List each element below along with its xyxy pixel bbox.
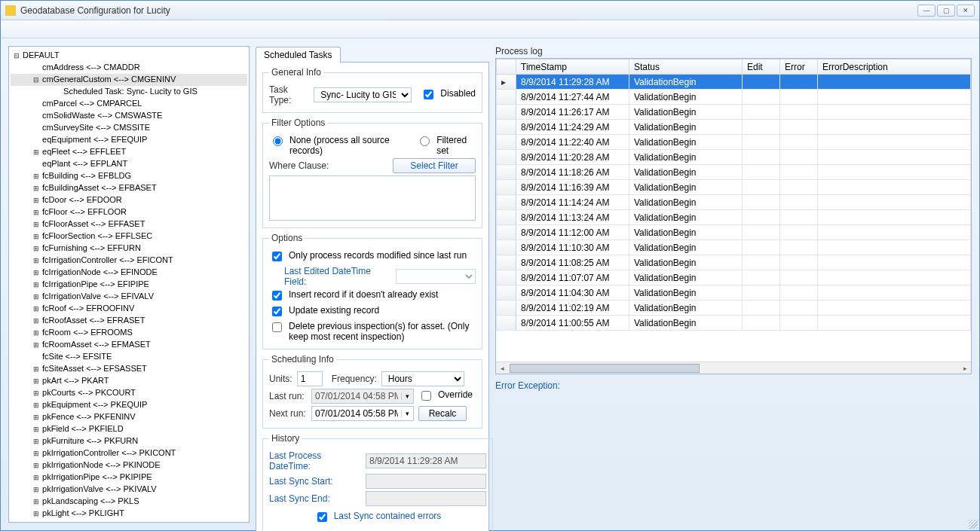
radio-filter-set[interactable] bbox=[420, 136, 430, 146]
tree-panel[interactable]: ⊟ DEFAULT cmAddress <--> CMADDR⊟ cmGener… bbox=[8, 46, 250, 523]
radio-filter-none[interactable] bbox=[273, 136, 283, 146]
chevron-down-icon[interactable]: ▾ bbox=[401, 392, 413, 400]
col-errdesc[interactable]: ErrorDescription bbox=[818, 60, 971, 75]
tree-item[interactable]: ⊞ fcIrrigationController <--> EFICONT bbox=[11, 255, 247, 267]
maximize-button[interactable]: ▢ bbox=[937, 5, 955, 17]
where-clause-text[interactable] bbox=[269, 175, 476, 221]
table-row[interactable]: 8/9/2014 11:18:26 AMValidationBegin bbox=[497, 165, 971, 180]
tree-item[interactable]: ⊟ cmGeneralCustom <--> CMGENINV bbox=[11, 74, 247, 86]
table-row[interactable]: 8/9/2014 11:08:25 AMValidationBegin bbox=[497, 255, 971, 270]
tree-item[interactable]: ⊞ pkField <--> PKFIELD bbox=[11, 423, 247, 435]
resize-grip-icon[interactable] bbox=[969, 520, 978, 529]
table-row[interactable]: 8/9/2014 11:24:29 AMValidationBegin bbox=[497, 120, 971, 135]
tree-item[interactable]: ⊞ fcDoor <--> EFDOOR bbox=[11, 194, 247, 206]
label-last-run: Last run: bbox=[269, 391, 307, 401]
tree-item[interactable]: ⊞ fcFurnishing <--> EFFURN bbox=[11, 243, 247, 255]
tree-item[interactable]: ⊞ eqFleet <--> EFFLEET bbox=[11, 146, 247, 158]
chevron-down-icon[interactable]: ▾ bbox=[401, 410, 413, 417]
tree-item[interactable]: ⊞ pkArt <--> PKART bbox=[11, 375, 247, 387]
disabled-checkbox[interactable] bbox=[424, 90, 433, 99]
tree-item[interactable]: ⊞ pkIrrigationNode <--> PKINODE bbox=[11, 459, 247, 471]
legend-history: History bbox=[269, 433, 302, 444]
tree-item[interactable]: ⊞ pkIrrigationController <--> PKICONT bbox=[11, 447, 247, 459]
tree-item[interactable]: ⊞ fcBuildingAsset <--> EFBASET bbox=[11, 182, 247, 194]
tree-item[interactable]: ⊞ fcBuilding <--> EFBLDG bbox=[11, 170, 247, 182]
tree-item[interactable]: fcSite <--> EFSITE bbox=[11, 351, 247, 363]
table-row[interactable]: 8/9/2014 11:14:24 AMValidationBegin bbox=[497, 195, 971, 210]
col-error[interactable]: Error bbox=[780, 60, 818, 75]
table-row[interactable]: 8/9/2014 11:26:17 AMValidationBegin bbox=[497, 105, 971, 120]
legend-general: General Info bbox=[269, 67, 323, 78]
table-row[interactable]: 8/9/2014 11:02:19 AMValidationBegin bbox=[497, 301, 971, 316]
table-row[interactable]: 8/9/2014 11:27:44 AMValidationBegin bbox=[497, 90, 971, 105]
tree-item[interactable]: eqEquipment <--> EFEQUIP bbox=[11, 134, 247, 146]
label-last-sync-start: Last Sync Start: bbox=[269, 476, 361, 487]
minimize-button[interactable]: — bbox=[917, 5, 936, 17]
tree-item[interactable]: cmSolidWaste <--> CMSWASTE bbox=[11, 110, 247, 122]
tree-item[interactable]: ⊞ pkFurniture <--> PKFURN bbox=[11, 435, 247, 447]
next-run-value[interactable] bbox=[312, 407, 401, 420]
select-filter-button[interactable]: Select Filter bbox=[393, 158, 476, 173]
table-row[interactable]: 8/9/2014 11:22:40 AMValidationBegin bbox=[497, 135, 971, 150]
grid-hscrollbar[interactable]: ◂ ▸ bbox=[496, 362, 971, 374]
label-last-sync-errors: Last Sync contained errors bbox=[334, 511, 442, 521]
frequency-select[interactable]: Hours bbox=[381, 371, 464, 386]
task-type-select[interactable]: Sync- Lucity to GIS bbox=[314, 87, 412, 102]
tree-item[interactable]: ⊞ pkLight <--> PKLIGHT bbox=[11, 508, 247, 520]
table-row[interactable]: 8/9/2014 11:07:07 AMValidationBegin bbox=[497, 270, 971, 285]
tree-item[interactable]: ⊞ fcIrrigationValve <--> EFIVALV bbox=[11, 291, 247, 303]
table-row[interactable]: 8/9/2014 11:13:24 AMValidationBegin bbox=[497, 210, 971, 225]
scroll-left-icon[interactable]: ◂ bbox=[496, 365, 508, 372]
col-status[interactable]: Status bbox=[629, 60, 743, 75]
tree-item[interactable]: ⊞ fcRoom <--> EFROOMS bbox=[11, 327, 247, 339]
cb-override[interactable] bbox=[421, 391, 431, 401]
col-edit[interactable]: Edit bbox=[743, 60, 780, 75]
table-row[interactable]: 8/9/2014 11:00:55 AMValidationBegin bbox=[497, 316, 971, 331]
tree-root[interactable]: ⊟ DEFAULT bbox=[11, 50, 247, 62]
tab-scheduled-tasks[interactable]: Scheduled Tasks bbox=[256, 47, 341, 63]
cb-update-existing[interactable] bbox=[272, 307, 282, 316]
tree-item[interactable]: ⊞ fcIrrigationNode <--> EFINODE bbox=[11, 267, 247, 279]
last-edited-field-select[interactable] bbox=[396, 269, 476, 284]
cb-delete-prev[interactable] bbox=[272, 322, 282, 332]
tree-item[interactable]: ⊞ fcFloor <--> EFFLOOR bbox=[11, 206, 247, 218]
scroll-thumb[interactable] bbox=[510, 364, 700, 373]
cb-last-sync-errors[interactable] bbox=[317, 512, 327, 522]
last-sync-start-value bbox=[366, 474, 486, 489]
process-log-grid[interactable]: TimeStamp Status Edit Error ErrorDescrip… bbox=[495, 58, 972, 374]
tree-item[interactable]: ⊞ pkEquipment <--> PKEQUIP bbox=[11, 399, 247, 411]
tree-item[interactable]: ⊞ pkFence <--> PKFENINV bbox=[11, 411, 247, 423]
table-row[interactable]: 8/9/2014 11:12:00 AMValidationBegin bbox=[497, 225, 971, 240]
tree-item[interactable]: cmParcel <--> CMPARCEL bbox=[11, 98, 247, 110]
tree-item[interactable]: ⊞ fcIrrigationPipe <--> EFIPIPE bbox=[11, 279, 247, 291]
table-row[interactable]: 8/9/2014 11:16:39 AMValidationBegin bbox=[497, 180, 971, 195]
units-input[interactable] bbox=[297, 371, 323, 386]
tree-item[interactable]: ⊞ pkCourts <--> PKCOURT bbox=[11, 387, 247, 399]
tree-item[interactable]: ⊞ fcRoofAsset <--> EFRASET bbox=[11, 315, 247, 327]
tree-item[interactable]: ⊞ fcRoof <--> EFROOFINV bbox=[11, 303, 247, 315]
cb-insert-new[interactable] bbox=[272, 291, 282, 301]
tree-item[interactable]: ⊞ fcFloorAsset <--> EFFASET bbox=[11, 218, 247, 230]
cb-only-modified[interactable] bbox=[272, 252, 282, 261]
tree-item[interactable]: ⊞ pkIrrigationValve <--> PKIVALV bbox=[11, 484, 247, 496]
next-run-picker[interactable]: ▾ bbox=[311, 406, 414, 421]
table-row[interactable]: ▸8/9/2014 11:29:28 AMValidationBegin bbox=[497, 75, 971, 90]
last-run-picker[interactable]: ▾ bbox=[311, 389, 414, 404]
tree-item[interactable]: cmAddress <--> CMADDR bbox=[11, 62, 247, 74]
label-delete-prev: Delete previous inspection(s) for asset.… bbox=[289, 321, 476, 342]
tree-item[interactable]: Scheduled Task: Sync- Lucity to GIS bbox=[11, 86, 247, 98]
table-row[interactable]: 8/9/2014 11:04:30 AMValidationBegin bbox=[497, 285, 971, 301]
tree-item[interactable]: ⊞ pkLandscaping <--> PKLS bbox=[11, 496, 247, 508]
col-timestamp[interactable]: TimeStamp bbox=[516, 60, 629, 75]
tree-item[interactable]: ⊞ pkIrrigationPipe <--> PKIPIPE bbox=[11, 471, 247, 484]
close-button[interactable]: ✕ bbox=[957, 5, 975, 17]
table-row[interactable]: 8/9/2014 11:10:30 AMValidationBegin bbox=[497, 240, 971, 255]
tree-item[interactable]: ⊞ fcFloorSection <--> EFFLSEC bbox=[11, 230, 247, 243]
tree-item[interactable]: ⊞ fcRoomAsset <--> EFMASET bbox=[11, 339, 247, 351]
tree-item[interactable]: ⊞ fcSiteAsset <--> EFSASSET bbox=[11, 363, 247, 375]
scroll-right-icon[interactable]: ▸ bbox=[959, 365, 971, 372]
table-row[interactable]: 8/9/2014 11:20:28 AMValidationBegin bbox=[497, 150, 971, 165]
tree-item[interactable]: eqPlant <--> EFPLANT bbox=[11, 158, 247, 170]
recalc-button[interactable]: Recalc bbox=[418, 406, 467, 421]
tree-item[interactable]: cmSurveySite <--> CMSSITE bbox=[11, 122, 247, 134]
